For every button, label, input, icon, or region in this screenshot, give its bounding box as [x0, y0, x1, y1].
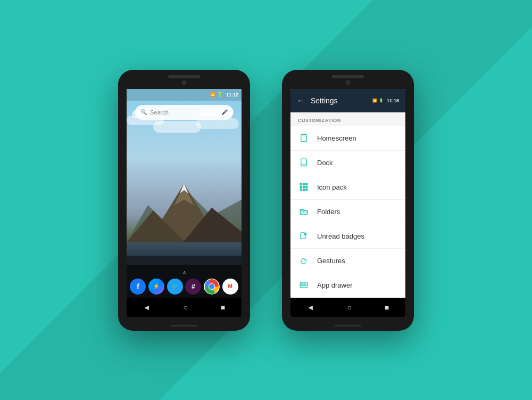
settings-list: Homescreen Dock [290, 126, 405, 298]
app-chrome[interactable] [204, 279, 220, 295]
dock-up-arrow: ∧ [129, 270, 239, 275]
svg-rect-21 [306, 189, 307, 191]
dock-icon [298, 157, 310, 168]
left-recents-button[interactable]: ■ [221, 303, 225, 312]
svg-rect-20 [303, 189, 305, 191]
settings-item-app-drawer[interactable]: App drawer [290, 273, 405, 298]
settings-item-homescreen[interactable]: Homescreen [290, 126, 405, 151]
svg-rect-19 [300, 189, 302, 191]
home-screen: 📶 🔋 11:12 🔍 Search 🎤 ∧ f [127, 89, 242, 317]
app-slack[interactable]: # [185, 279, 201, 295]
right-back-button[interactable]: ◄ [307, 303, 314, 312]
left-bottom-bar-1 [171, 325, 197, 326]
right-home-button[interactable]: ○ [347, 303, 351, 312]
svg-point-25 [304, 232, 307, 235]
svg-rect-9 [301, 134, 307, 142]
svg-rect-27 [302, 283, 304, 285]
dock-apps-row: f ⚡ 🐦 # [129, 279, 239, 295]
unread-badges-icon [298, 230, 310, 242]
mic-icon: 🎤 [221, 109, 228, 115]
folders-label: Folders [317, 208, 340, 216]
svg-rect-16 [300, 186, 302, 188]
mountain-area [127, 157, 242, 242]
svg-rect-23 [304, 211, 307, 214]
svg-rect-13 [300, 183, 302, 185]
settings-item-icon-pack[interactable]: Icon pack [290, 175, 405, 200]
svg-rect-11 [301, 159, 307, 166]
left-phone-camera [182, 80, 186, 85]
settings-back-button[interactable]: ← [297, 96, 304, 105]
settings-title: Settings [311, 96, 338, 105]
left-phone-screen: 📶 🔋 11:12 🔍 Search 🎤 ∧ f [127, 89, 242, 317]
homescreen-label: Homescreen [317, 134, 356, 142]
left-battery-icon: 🔋 [217, 92, 222, 97]
settings-item-unread-badges[interactable]: Unread badges [290, 224, 405, 249]
unread-badges-label: Unread badges [317, 232, 364, 240]
right-phone-speaker [332, 75, 364, 78]
right-bottom-bar-1 [335, 325, 361, 326]
gestures-label: Gestures [317, 257, 345, 265]
home-search-bar[interactable]: 🔍 Search 🎤 [135, 105, 233, 120]
icon-pack-label: Icon pack [317, 183, 347, 191]
left-nav-bar: ◄ ○ ■ [127, 298, 242, 317]
right-status-bar: 📶 🔋 11:18 [372, 98, 399, 103]
right-phone-camera [346, 80, 350, 85]
left-status-bar: 📶 🔋 11:12 [127, 89, 242, 101]
settings-header: ← Settings 📶 🔋 11:18 [290, 89, 405, 112]
app-gmail[interactable]: M [222, 279, 238, 295]
right-status-time: 11:18 [387, 98, 399, 103]
search-icon: 🔍 [140, 109, 147, 115]
right-recents-button[interactable]: ■ [385, 303, 389, 312]
app-dock: ∧ f ⚡ 🐦 # [127, 265, 242, 298]
left-phone: 📶 🔋 11:12 🔍 Search 🎤 ∧ f [118, 70, 250, 331]
folders-icon [298, 206, 310, 217]
svg-rect-22 [301, 211, 304, 214]
app-twitter[interactable]: 🐦 [167, 279, 183, 295]
right-nav-bar: ◄ ○ ■ [290, 298, 405, 317]
left-back-button[interactable]: ◄ [143, 303, 151, 312]
left-home-button[interactable]: ○ [183, 303, 187, 312]
left-status-time: 11:12 [226, 92, 238, 97]
svg-rect-17 [303, 186, 305, 188]
gestures-icon [298, 255, 310, 266]
cloud-5 [153, 121, 201, 133]
svg-rect-14 [303, 183, 305, 185]
search-placeholder: Search [150, 109, 218, 116]
app-drawer-label: App drawer [317, 281, 352, 289]
cloud-4 [196, 118, 239, 129]
settings-screen: ← Settings 📶 🔋 11:18 CUSTOMIZATION [290, 89, 405, 317]
right-battery-icon: 🔋 [379, 99, 384, 103]
svg-rect-18 [306, 186, 307, 188]
dock-label: Dock [317, 159, 333, 167]
right-phone-screen: ← Settings 📶 🔋 11:18 CUSTOMIZATION [290, 89, 405, 317]
homescreen-icon [298, 132, 310, 144]
settings-item-gestures[interactable]: Gestures [290, 249, 405, 273]
app-facebook[interactable]: f [130, 279, 146, 295]
settings-item-dock[interactable]: Dock [290, 151, 405, 175]
svg-rect-15 [306, 183, 307, 185]
right-signal-icon: 📶 [372, 99, 377, 103]
lake [127, 242, 242, 256]
app-messenger[interactable]: ⚡ [148, 279, 164, 295]
svg-rect-28 [304, 283, 306, 285]
settings-item-folders[interactable]: Folders [290, 200, 405, 224]
customization-label: CUSTOMIZATION [290, 112, 405, 126]
left-phone-speaker [168, 75, 200, 78]
right-phone-bottom [335, 321, 361, 331]
svg-point-8 [209, 284, 214, 289]
left-status-icons: 📶 🔋 11:12 [210, 92, 238, 97]
left-phone-bottom [171, 321, 197, 331]
left-signal-icon: 📶 [210, 92, 215, 97]
app-drawer-icon [298, 279, 310, 291]
icon-pack-icon [298, 181, 310, 193]
right-phone: ← Settings 📶 🔋 11:18 CUSTOMIZATION [282, 70, 414, 331]
